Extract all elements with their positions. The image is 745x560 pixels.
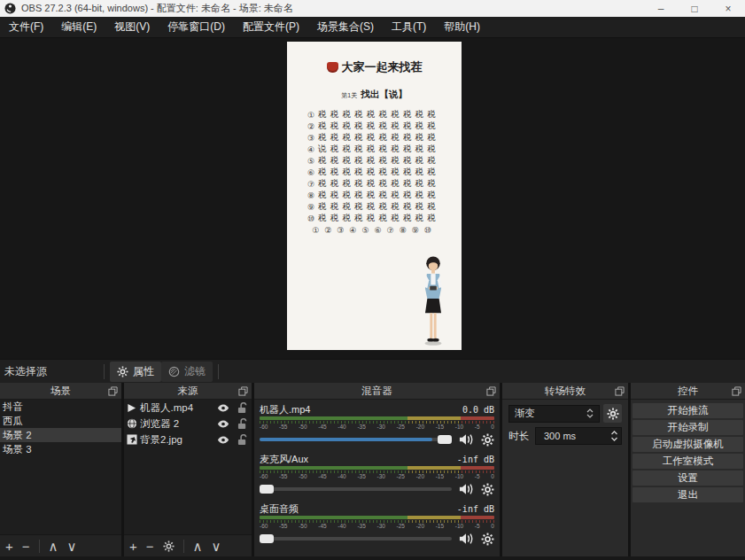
filters-button[interactable]: 滤镜 bbox=[161, 362, 213, 382]
move-scene-down-button[interactable]: ∨ bbox=[67, 540, 77, 553]
channel-name: 麦克风/Aux bbox=[260, 453, 308, 466]
properties-button[interactable]: 属性 bbox=[110, 362, 161, 382]
vu-meter bbox=[260, 516, 494, 519]
menu-docks[interactable]: 停靠窗口(D) bbox=[159, 17, 234, 37]
menu-profile[interactable]: 配置文件(P) bbox=[234, 17, 308, 37]
presenter-character bbox=[416, 253, 450, 347]
source-item-browser2[interactable]: 浏览器 2 bbox=[124, 416, 252, 432]
scene-item-scene2[interactable]: 场景 2 bbox=[0, 428, 121, 442]
volume-slider[interactable] bbox=[260, 485, 452, 494]
transition-select[interactable]: 渐变 bbox=[508, 405, 600, 423]
remove-source-button[interactable]: − bbox=[146, 540, 154, 553]
move-source-down-button[interactable]: ∨ bbox=[212, 540, 221, 553]
menu-tools[interactable]: 工具(T) bbox=[383, 17, 435, 37]
vu-meter bbox=[260, 466, 494, 470]
game-subtitle: 第1关找出【说】 bbox=[287, 85, 462, 101]
volume-slider[interactable] bbox=[260, 534, 452, 543]
menu-scene-collection[interactable]: 场景集合(S) bbox=[308, 17, 383, 37]
game-task: 找出【说】 bbox=[361, 89, 407, 99]
menu-file[interactable]: 文件(F) bbox=[0, 17, 52, 37]
volume-slider-handle[interactable] bbox=[438, 435, 452, 444]
transitions-panel-header: 转场特效 bbox=[502, 383, 628, 400]
combo-spinner-icon bbox=[586, 408, 594, 418]
visibility-eye-icon[interactable] bbox=[217, 436, 229, 444]
window-title: OBS 27.2.3 (64-bit, windows) - 配置文件: 未命名… bbox=[21, 2, 293, 15]
controls-panel: 控件 开始推流 开始录制 启动虚拟摄像机 工作室模式 设置 退出 bbox=[631, 383, 745, 556]
mixer-channel-mic: 麦克风/Aux-inf dB -60-55-50-45-40-35-30-25-… bbox=[260, 453, 494, 496]
source-item-robot-video[interactable]: 机器人.mp4 bbox=[124, 400, 252, 416]
volume-slider-handle[interactable] bbox=[260, 534, 274, 543]
unlock-icon[interactable] bbox=[237, 402, 247, 414]
vu-meter-scale: -60-55-50-45-40-35-30-25-20-15-10-50 bbox=[260, 523, 494, 530]
float-dock-icon bbox=[615, 386, 625, 396]
source-item-background2[interactable]: 背景2.jpg bbox=[124, 432, 252, 447]
sources-panel: 来源 机器人.mp4 浏览器 2 bbox=[124, 383, 252, 556]
toolbar-separator bbox=[183, 540, 184, 553]
scene-item-xigua[interactable]: 西瓜 bbox=[0, 414, 121, 428]
start-recording-button[interactable]: 开始录制 bbox=[632, 420, 743, 435]
gear-icon[interactable] bbox=[481, 483, 494, 496]
no-source-selected-label: 未选择源 bbox=[4, 364, 47, 379]
toolbar-separator bbox=[104, 364, 105, 379]
float-dock-icon bbox=[486, 386, 496, 396]
start-virtual-camera-button[interactable]: 启动虚拟摄像机 bbox=[632, 437, 743, 452]
add-source-button[interactable]: + bbox=[129, 540, 137, 553]
dock-area: 场景 抖音 西瓜 场景 2 场景 3 + − ∧ ∨ 来源 bbox=[0, 383, 745, 556]
menu-help[interactable]: 帮助(H) bbox=[435, 17, 489, 37]
puzzle-row: ⑨税税税税税税税税税税 bbox=[307, 201, 462, 213]
studio-mode-button[interactable]: 工作室模式 bbox=[632, 454, 743, 469]
image-source-icon bbox=[127, 434, 140, 445]
minimize-button[interactable]: – bbox=[644, 0, 678, 17]
game-level: 第1关 bbox=[341, 92, 357, 98]
obs-window: OBS 27.2.3 (64-bit, windows) - 配置文件: 未命名… bbox=[0, 0, 745, 560]
scenes-panel-header: 场景 bbox=[0, 383, 121, 400]
filter-icon bbox=[168, 366, 180, 377]
volume-slider[interactable] bbox=[260, 435, 452, 444]
duration-input[interactable]: 300 ms bbox=[535, 427, 622, 445]
unlock-icon[interactable] bbox=[237, 418, 247, 430]
transition-properties-button[interactable] bbox=[603, 404, 622, 423]
scene-item-douyin[interactable]: 抖音 bbox=[0, 400, 121, 414]
spinner-up-down-icon[interactable] bbox=[610, 428, 618, 444]
move-scene-up-button[interactable]: ∧ bbox=[49, 540, 58, 553]
speaker-icon[interactable] bbox=[459, 483, 474, 495]
channel-name: 机器人.mp4 bbox=[260, 403, 310, 416]
add-scene-button[interactable]: + bbox=[5, 540, 13, 553]
menu-view[interactable]: 视图(V) bbox=[105, 17, 159, 37]
scenes-toolbar: + − ∧ ∨ bbox=[0, 534, 121, 556]
scene-item-scene3[interactable]: 场景 3 bbox=[0, 442, 121, 456]
game-title-row: 大家一起来找茬 bbox=[287, 59, 462, 75]
move-source-up-button[interactable]: ∧ bbox=[193, 540, 203, 553]
speaker-icon[interactable] bbox=[459, 533, 474, 545]
vu-meter-scale: -60-55-50-45-40-35-30-25-20-15-10-50 bbox=[260, 424, 494, 431]
preview-canvas[interactable]: 大家一起来找茬 第1关找出【说】 ①税税税税税税税税税税 ②税税税税税税税税税税… bbox=[287, 42, 462, 350]
audio-mixer-panel: 混音器 机器人.mp40.0 dB -60-55-50-45-40-35-30-… bbox=[254, 383, 500, 556]
exit-button[interactable]: 退出 bbox=[632, 487, 743, 502]
gear-icon[interactable] bbox=[481, 433, 494, 447]
puzzle-row: ⑦税税税税税税税税税税 bbox=[307, 178, 462, 190]
speaker-icon[interactable] bbox=[459, 433, 474, 446]
source-properties-gear-icon[interactable] bbox=[163, 541, 175, 552]
media-play-icon bbox=[127, 403, 140, 413]
volume-slider-handle[interactable] bbox=[260, 485, 274, 494]
unlock-icon[interactable] bbox=[237, 434, 247, 446]
puzzle-row: ⑤税税税税税税税税税税 bbox=[307, 155, 462, 167]
puzzle-row: ⑩税税税税税税税税税税 bbox=[307, 213, 462, 224]
maximize-button[interactable]: □ bbox=[678, 0, 711, 17]
duration-label: 时长 bbox=[508, 430, 529, 443]
puzzle-grid: ①税税税税税税税税税税 ②税税税税税税税税税税 ③税税税税税税税税税税 ④说税税… bbox=[287, 109, 462, 224]
gear-icon[interactable] bbox=[481, 533, 494, 546]
channel-db-value: -inf dB bbox=[457, 504, 494, 514]
puzzle-row: ③税税税税税税税税税税 bbox=[307, 132, 462, 144]
remove-scene-button[interactable]: − bbox=[22, 540, 30, 553]
close-button[interactable]: × bbox=[711, 0, 745, 17]
menu-edit[interactable]: 编辑(E) bbox=[52, 17, 105, 37]
mixer-body: 机器人.mp40.0 dB -60-55-50-45-40-35-30-25-2… bbox=[254, 400, 500, 556]
gear-icon bbox=[607, 408, 619, 420]
start-streaming-button[interactable]: 开始推流 bbox=[632, 403, 743, 418]
float-dock-icon bbox=[732, 386, 741, 396]
float-dock-icon bbox=[238, 386, 248, 396]
settings-button[interactable]: 设置 bbox=[632, 471, 743, 486]
visibility-eye-icon[interactable] bbox=[217, 404, 229, 412]
visibility-eye-icon[interactable] bbox=[217, 420, 229, 428]
